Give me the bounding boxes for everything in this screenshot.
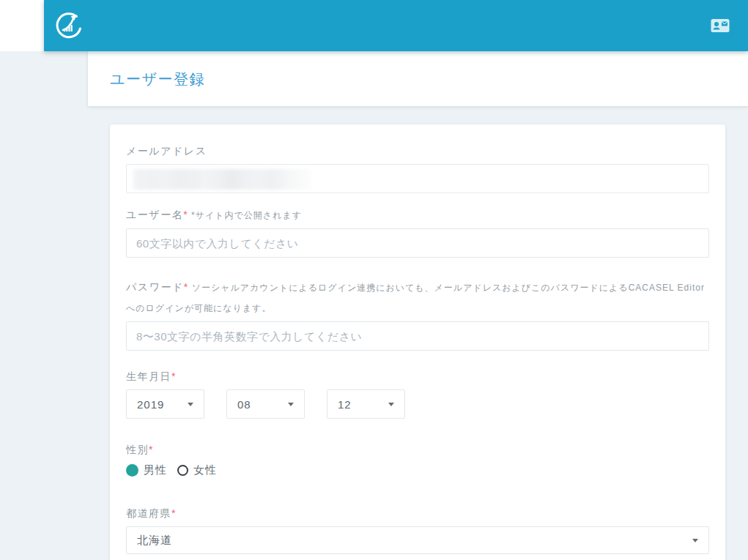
gender-female-label: 女性 [193,463,217,477]
prefecture-group: 都道府県* 北海道 [126,506,709,554]
password-label: パスワード [126,281,184,293]
birth-day-select[interactable]: 12 [327,389,405,419]
birth-day-value: 12 [338,398,352,411]
email-label: メールアドレス [126,145,207,157]
address-card-icon[interactable] [711,18,730,33]
chevron-down-icon [692,539,698,542]
password-input[interactable] [126,321,709,351]
username-label: ユーザー名 [126,209,183,220]
radio-unselected-icon[interactable] [177,465,188,476]
email-group: メールアドレス [126,143,709,193]
prefecture-label: 都道府県 [126,507,171,519]
birthdate-group: 生年月日* 2019 08 12 [126,369,709,419]
chevron-down-icon [188,403,193,406]
prefecture-value: 北海道 [137,534,172,548]
birth-month-select[interactable]: 08 [226,389,305,419]
page-title: ユーザー登録 [110,70,748,89]
password-required-mark: * [184,281,188,293]
gender-group: 性別* 男性 女性 [126,442,709,477]
page-title-band: ユーザー登録 [88,51,748,106]
prefecture-required-mark: * [171,507,175,519]
gender-male-label: 男性 [144,463,167,477]
logo-icon [54,10,85,41]
top-navbar [44,0,748,51]
gender-option-male[interactable]: 男性 [126,463,167,477]
chevron-down-icon [388,403,394,406]
email-field[interactable] [126,164,709,193]
registration-form-card: メールアドレス ユーザー名* *サイト内で公開されます パスワード* ソーシャル… [110,124,725,560]
gender-label: 性別 [126,444,149,455]
password-group: パスワード* ソーシャルアカウントによるログイン連携においても、メールアドレスお… [126,277,709,351]
username-group: ユーザー名* *サイト内で公開されます [126,207,709,258]
radio-selected-icon[interactable] [126,464,138,477]
gender-option-female[interactable]: 女性 [177,463,217,477]
address-card-glyph [711,18,730,33]
birth-year-select[interactable]: 2019 [126,389,204,419]
redacted-email-value [133,169,312,190]
birth-year-value: 2019 [137,398,164,411]
birthdate-required-mark: * [171,370,175,382]
prefecture-select[interactable]: 北海道 [126,526,709,554]
cacasel-growth-chart-logo[interactable] [53,10,86,42]
birth-month-value: 08 [237,398,251,411]
chevron-down-icon [288,403,294,406]
birthdate-label: 生年月日 [126,370,171,382]
password-note: ソーシャルアカウントによるログイン連携においても、メールアドレスおよびこのパスワ… [126,283,705,313]
username-input[interactable] [126,228,709,258]
username-note: *サイト内で公開されます [191,210,302,220]
gender-required-mark: * [149,444,152,455]
username-required-mark: * [183,209,187,220]
